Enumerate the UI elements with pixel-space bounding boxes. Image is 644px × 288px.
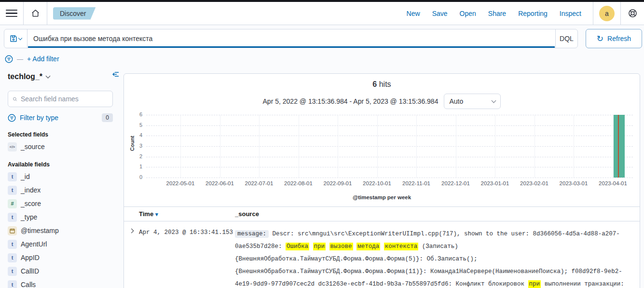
help-icon[interactable] [627, 8, 638, 19]
search-highlight: метода [356, 243, 380, 250]
field-name: @timestamp [21, 227, 59, 234]
index-pattern-name: techlog_* [8, 72, 42, 81]
string-field-icon: t [8, 240, 17, 249]
table-header: Time▾ _source [124, 207, 640, 221]
field-item-callid[interactable]: tCallID [8, 264, 113, 278]
interval-select[interactable]: Auto [444, 94, 501, 109]
results-panel: 6 hits Apr 5, 2022 @ 13:15:36.984 - Apr … [123, 73, 640, 288]
search-highlight: при [313, 243, 326, 250]
x-tick-label: 2023-04-01 [599, 180, 627, 186]
selected-fields-heading: Selected fields [8, 131, 113, 138]
breadcrumb[interactable]: Discover [53, 7, 96, 20]
divider [593, 2, 593, 25]
search-highlight: контекста [384, 243, 419, 250]
sort-desc-icon[interactable]: ▾ [155, 211, 158, 217]
histogram-bar[interactable] [614, 115, 625, 178]
source-column-header[interactable]: _source [235, 210, 640, 218]
gridline [299, 115, 299, 178]
gridline [495, 115, 495, 178]
saved-query-menu-button[interactable] [4, 29, 27, 48]
x-tick-label: 2023-01-01 [481, 180, 509, 186]
string-field-icon: t [8, 186, 17, 195]
nav-actions: NewSaveOpenShareReportingInspect [395, 10, 581, 17]
x-tick-label: 2022-11-01 [402, 180, 430, 186]
gridline [180, 115, 181, 178]
current-time-marker [618, 115, 619, 178]
field-item--score[interactable]: #_score [8, 197, 113, 210]
nav-action-save[interactable]: Save [432, 10, 448, 17]
field-item--source[interactable]: </>_source [8, 140, 113, 153]
search-query-input[interactable] [27, 29, 555, 48]
nav-action-new[interactable]: New [407, 10, 420, 17]
chevron-down-icon [46, 73, 51, 78]
search-highlight: Ошибка [286, 243, 309, 250]
gridline [146, 115, 633, 115]
y-tick-label: 6 [126, 111, 142, 117]
filter-type-icon [8, 114, 16, 122]
gridline [146, 157, 633, 157]
time-column-header[interactable]: Time▾ [139, 210, 235, 218]
histogram-plot[interactable] [146, 115, 633, 178]
field-name: _type [21, 213, 37, 221]
gridline [377, 115, 378, 178]
menu-icon[interactable] [6, 8, 17, 19]
nav-action-open[interactable]: Open [460, 10, 476, 17]
source-cell: message: Descr: src\mngui\src\ExceptionW… [235, 228, 640, 288]
field-item-calls[interactable]: tCalls [8, 278, 113, 288]
field-name: Calls [21, 281, 36, 288]
gridline [146, 125, 633, 126]
nav-action-reporting[interactable]: Reporting [518, 10, 548, 17]
field-name: _score [21, 200, 41, 207]
string-field-icon: t [8, 267, 17, 276]
y-tick-label: 5 [126, 122, 142, 128]
filter-icon[interactable] [5, 55, 13, 63]
y-tick-label: 4 [126, 132, 142, 138]
field-item-appid[interactable]: tAppID [8, 251, 113, 264]
x-tick-label: 2023-02-01 [520, 180, 548, 186]
nav-action-share[interactable]: Share [488, 10, 506, 17]
gridline [146, 146, 633, 147]
y-tick-label: 0 [126, 174, 142, 180]
field-item--id[interactable]: t_id [8, 170, 113, 183]
query-language-button[interactable]: DQL [555, 29, 577, 48]
source-text [326, 243, 329, 250]
field-name: _source [21, 143, 45, 151]
available-fields-heading: Available fields [8, 161, 113, 168]
chevron-down-icon [492, 98, 496, 103]
field-item-agenturl[interactable]: tAgentUrl [8, 237, 113, 251]
nav-action-inspect[interactable]: Inspect [560, 10, 581, 17]
field-name: _id [21, 173, 30, 180]
hits-count: 6 [372, 80, 377, 88]
refresh-button[interactable]: ↻ Refresh [586, 29, 642, 48]
query-bar: DQL [4, 29, 578, 48]
search-highlight: вызове [329, 243, 353, 250]
avatar[interactable]: a [599, 6, 615, 21]
string-field-icon: t [8, 280, 17, 288]
divider [23, 2, 24, 25]
string-field-icon: t [8, 213, 17, 222]
divider [620, 2, 621, 25]
collapse-sidebar-icon[interactable] [112, 70, 120, 78]
x-tick-label: 2022-10-01 [363, 180, 391, 186]
x-axis-title: @timestamp per week [124, 194, 640, 200]
histogram-chart: Count 01234562022-05-012022-06-012022-07… [124, 112, 640, 194]
field-item--timestamp[interactable]: @timestamp [8, 224, 113, 237]
selected-fields-list: </>_source [8, 140, 113, 153]
field-item--index[interactable]: t_index [8, 183, 113, 197]
field-item--type[interactable]: t_type [8, 210, 113, 224]
field-search-input[interactable] [21, 95, 108, 103]
index-pattern-selector[interactable]: techlog_* [8, 70, 113, 83]
source-text [309, 243, 313, 250]
table-row: Apr 4, 2023 @ 16:33:41.153 message: Desc… [124, 222, 640, 288]
field-name: AgentUrl [21, 240, 47, 248]
filter-by-type-button[interactable]: Filter by type [20, 114, 98, 122]
expand-row-button[interactable] [124, 228, 139, 233]
gridline [146, 136, 633, 136]
home-icon[interactable] [29, 8, 41, 19]
source-field-icon: </> [8, 142, 17, 151]
gridline [220, 115, 220, 178]
gridline [338, 115, 338, 178]
add-filter-button[interactable]: + Add filter [27, 55, 59, 63]
x-tick-label: 2023-03-01 [560, 180, 588, 186]
gridline [146, 178, 633, 178]
